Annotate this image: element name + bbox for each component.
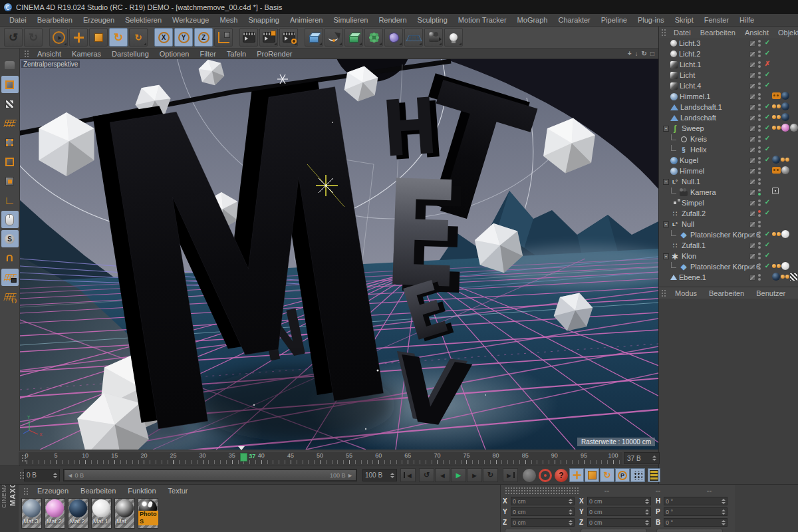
object-row-platonischer-k-rper-6[interactable]: ◆Platonischer Körper.6✓: [659, 229, 798, 240]
editor-visibility-dots[interactable]: [758, 146, 761, 153]
material-mat-2[interactable]: Mat.2: [68, 498, 88, 529]
key-position-button[interactable]: [569, 468, 584, 482]
render-view-button[interactable]: [239, 28, 258, 47]
enabled-state-icon[interactable]: ✓: [763, 209, 771, 216]
timeline-ruler[interactable]: 0510152025303540455055606570758085909510…: [19, 451, 622, 465]
enabled-state-icon[interactable]: ✓: [763, 198, 771, 205]
key-parameter-button[interactable]: P: [615, 468, 630, 482]
object-row-helix[interactable]: §Helix✓: [659, 144, 798, 155]
render-visibility-toggle[interactable]: [749, 200, 755, 206]
object-row-null-1[interactable]: -L°Null.1: [659, 176, 798, 187]
lock-z-button[interactable]: Z: [194, 28, 213, 47]
move-tool-button[interactable]: [69, 28, 88, 47]
snap-mode-button[interactable]: S: [1, 230, 19, 247]
menu-fenster[interactable]: Fenster: [699, 16, 734, 24]
editor-visibility-dots[interactable]: [758, 253, 761, 259]
coord-spinner[interactable]: [644, 499, 649, 504]
object-row-landschaft[interactable]: Landschaft✓: [659, 112, 798, 123]
coord-spinner[interactable]: [568, 520, 573, 525]
enabled-state-icon[interactable]: ✓: [763, 49, 771, 57]
editor-visibility-dots[interactable]: [758, 114, 761, 121]
expression-tag-icon[interactable]: [772, 115, 776, 119]
frame-spinner[interactable]: [652, 456, 656, 461]
play-button[interactable]: ►: [451, 468, 466, 482]
material-photo-s[interactable]: Photo S: [138, 498, 158, 529]
prev-key-button[interactable]: ↺: [419, 468, 434, 482]
add-deformer-button[interactable]: [384, 28, 403, 47]
lock-x-button[interactable]: X: [154, 28, 173, 47]
coord-field-2-h[interactable]: 0 °: [664, 497, 728, 505]
enabled-state-icon[interactable]: ✓: [763, 102, 771, 110]
object-row-kreis[interactable]: Kreis✓: [659, 134, 798, 144]
material-tag-navy[interactable]: [772, 273, 780, 281]
editor-visibility-dots[interactable]: [758, 157, 761, 164]
render-visibility-toggle[interactable]: [749, 147, 755, 153]
add-spline-button[interactable]: [325, 28, 343, 47]
object-row-himmel-1[interactable]: Himmel.1: [659, 91, 798, 102]
coord-field-0-z[interactable]: 0 cm: [511, 518, 575, 527]
editor-visibility-dots[interactable]: [758, 61, 761, 68]
coord-spinner[interactable]: [568, 499, 573, 504]
expression-tag-icon[interactable]: [777, 115, 781, 119]
enabled-state-icon[interactable]: ✓: [763, 124, 771, 131]
enabled-state-icon[interactable]: ✓: [763, 70, 771, 78]
editor-visibility-dots[interactable]: [758, 136, 761, 142]
panel-grip-icon[interactable]: [24, 50, 30, 57]
editor-visibility-dots[interactable]: [758, 178, 761, 185]
make-editable-button[interactable]: [1, 57, 19, 74]
editor-visibility-dots[interactable]: [758, 72, 761, 78]
menu-plug-ins[interactable]: Plug-ins: [632, 16, 670, 24]
expression-tag-icon[interactable]: [772, 264, 776, 268]
enabled-state-icon[interactable]: ✓: [763, 230, 771, 237]
texture-mode-button[interactable]: [1, 95, 19, 112]
material-mat-1[interactable]: Mat.1: [91, 498, 112, 529]
prev-frame-button[interactable]: ◄: [435, 468, 450, 482]
material-menu-erzeugen[interactable]: Erzeugen: [31, 487, 74, 495]
expander-icon[interactable]: -: [663, 221, 669, 227]
coord-field-2-p[interactable]: 0 °: [664, 507, 728, 516]
preview-marker[interactable]: [238, 446, 245, 450]
render-visibility-toggle[interactable]: [749, 83, 755, 89]
editor-visibility-dots[interactable]: [758, 189, 761, 196]
material-tag-navy[interactable]: [781, 113, 789, 121]
menu-simulieren[interactable]: Simulieren: [328, 16, 373, 24]
apply-button[interactable]: [656, 529, 723, 532]
coord-field-1-x[interactable]: 0 cm: [587, 497, 651, 505]
undo-button[interactable]: ↺: [4, 28, 23, 47]
render-visibility-toggle[interactable]: [749, 264, 755, 270]
workplane-mode-button[interactable]: [1, 114, 19, 132]
material-mat[interactable]: Mat: [114, 498, 135, 529]
object-row-kugel[interactable]: Kugel✓: [659, 155, 798, 166]
editor-visibility-dots[interactable]: [758, 231, 761, 238]
coord-field-2-b[interactable]: 0 °: [664, 518, 728, 527]
render-visibility-toggle[interactable]: [749, 211, 755, 217]
material-tag-white[interactable]: [781, 262, 789, 270]
rotate-view-icon[interactable]: ↻: [642, 50, 647, 57]
render-visibility-toggle[interactable]: [749, 158, 755, 164]
editor-visibility-dots[interactable]: [758, 93, 761, 100]
viewport-menu-darstellung[interactable]: Darstellung: [106, 50, 154, 58]
expression-tag-icon[interactable]: [785, 275, 789, 279]
object-row-himmel[interactable]: Himmel: [659, 166, 798, 176]
expression-tag-icon[interactable]: [785, 158, 789, 162]
render-visibility-toggle[interactable]: [749, 243, 755, 249]
editor-visibility-dots[interactable]: [758, 200, 761, 206]
editor-visibility-dots[interactable]: [758, 40, 761, 47]
material-tag-rock[interactable]: [790, 124, 798, 132]
add-cube-button[interactable]: [305, 28, 323, 47]
material-tag-navy[interactable]: [781, 102, 789, 110]
object-row-platonischer-k-rper-6[interactable]: ◆Platonischer Körper.6✓: [659, 261, 798, 272]
editor-visibility-dots[interactable]: [758, 168, 761, 174]
scale-tool-button[interactable]: [89, 28, 108, 47]
redo-button[interactable]: ↻: [24, 28, 43, 47]
viewport-menu-filter[interactable]: Filter: [194, 50, 221, 58]
material-tag-navy[interactable]: [781, 92, 789, 100]
attr-menu-modus[interactable]: Modus: [669, 289, 703, 297]
expression-tag-icon[interactable]: [777, 264, 781, 268]
add-light-button[interactable]: [444, 28, 463, 47]
menu-sculpting[interactable]: Sculpting: [412, 16, 453, 24]
add-scene-button[interactable]: [404, 28, 423, 47]
model-mode-button[interactable]: [1, 76, 19, 93]
object-row-zufall-1[interactable]: ∷Zufall.1✓: [659, 240, 798, 251]
render-visibility-toggle[interactable]: [749, 179, 755, 185]
